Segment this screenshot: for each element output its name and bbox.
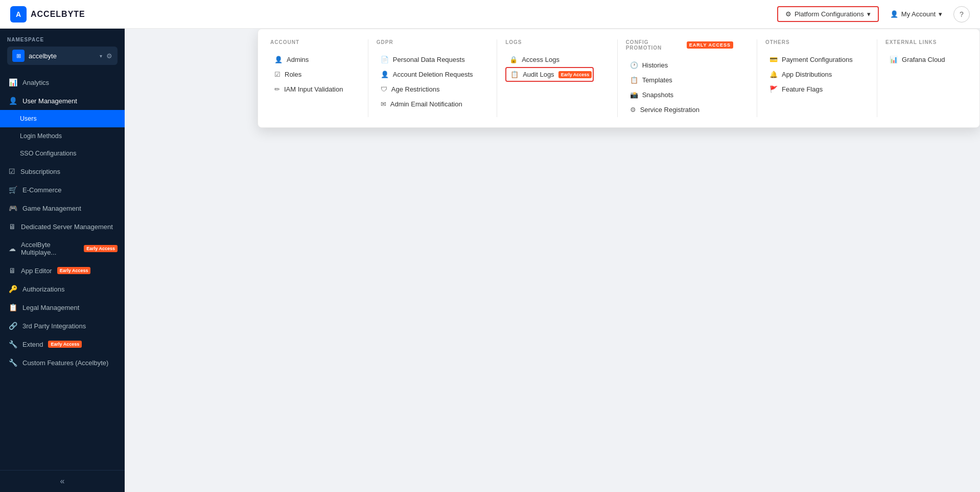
histories-icon: 🕐 [630, 61, 638, 69]
dropdown-item-snapshots[interactable]: 📸 Snapshots [626, 87, 733, 102]
audit-logs-icon: 📋 [510, 71, 519, 78]
grafana-cloud-icon: 📊 [890, 56, 898, 63]
sidebar-item-user-management[interactable]: 👤 User Management [0, 92, 125, 110]
sidebar-item-authorizations[interactable]: 🔑 Authorizations [0, 280, 125, 298]
namespace-chevron-icon: ▾ [100, 53, 102, 59]
dropdown-columns: ACCOUNT 👤 Admins ☑ Roles ✏ IAM Input Val… [270, 39, 967, 117]
user-management-icon: 👤 [9, 97, 17, 105]
early-access-badge-3: Early Access [48, 341, 82, 348]
dropdown-item-admin-email[interactable]: ✉ Admin Email Notification [377, 97, 473, 111]
chevron-down-icon-2: ▾ [939, 10, 942, 18]
dropdown-col-others: OTHERS 💳 Payment Configurations 🔔 App Di… [765, 39, 869, 117]
sidebar-item-label: AccelByte Multiplaye... [21, 241, 79, 256]
dropdown-item-service-registration[interactable]: ⚙ Service Registration [626, 102, 733, 117]
sidebar-item-3rd-party[interactable]: 🔗 3rd Party Integrations [0, 317, 125, 335]
sidebar-item-label: Dedicated Server Management [21, 223, 113, 231]
sidebar-item-accelbyte-multiplayer[interactable]: ☁ AccelByte Multiplaye... Early Access [0, 236, 125, 261]
sidebar-item-label: Authorizations [22, 285, 64, 293]
dropdown-item-account-deletion[interactable]: 👤 Account Deletion Requests [377, 67, 473, 82]
payment-config-icon: 💳 [769, 56, 778, 63]
sidebar: NAMESPACE ⊞ accelbyte ▾ ⚙ 📊 Analytics 👤 … [0, 29, 125, 492]
sidebar-item-label: Game Management [22, 205, 81, 212]
sidebar-item-sso-configurations[interactable]: SSO Configurations [0, 145, 125, 162]
dropdown-col-config-promotion: CONFIG PROMOTION Early Access 🕐 Historie… [626, 39, 749, 117]
sidebar-item-label: Users [20, 115, 37, 122]
dropdown-item-roles[interactable]: ☑ Roles [270, 67, 344, 82]
sidebar-item-label: Legal Management [22, 304, 79, 311]
accelbyte-logo-icon: A [10, 6, 27, 23]
sidebar-item-label: Analytics [22, 79, 49, 86]
dropdown-item-age-restrictions[interactable]: 🛡 Age Restrictions [377, 82, 473, 97]
dropdown-item-payment-config[interactable]: 💳 Payment Configurations [765, 52, 853, 67]
sidebar-item-users[interactable]: Users [0, 110, 125, 127]
authorizations-icon: 🔑 [9, 285, 17, 293]
collapse-icon: « [60, 477, 65, 486]
analytics-icon: 📊 [9, 78, 17, 86]
dropdown-item-audit-logs[interactable]: 📋 Audit Logs Early Access [505, 67, 593, 82]
namespace-icon: ⊞ [12, 50, 25, 62]
namespace-value: accelbyte [29, 52, 96, 60]
dropdown-item-app-distributions[interactable]: 🔔 App Distributions [765, 67, 853, 82]
service-registration-icon: ⚙ [630, 106, 636, 114]
sidebar-item-game-management[interactable]: 🎮 Game Management [0, 199, 125, 217]
help-button[interactable]: ? [953, 6, 970, 23]
divider-4 [757, 39, 757, 117]
iam-icon: ✏ [274, 85, 280, 93]
app-distributions-icon: 🔔 [769, 71, 778, 78]
namespace-selector[interactable]: ⊞ accelbyte ▾ ⚙ [7, 47, 118, 65]
my-account-button[interactable]: 👤 My Account ▾ [883, 7, 949, 21]
access-logs-icon: 🔒 [509, 56, 518, 63]
sidebar-item-label: Custom Features (Accelbyte) [22, 359, 108, 367]
sidebar-item-custom-features[interactable]: 🔧 Custom Features (Accelbyte) [0, 353, 125, 372]
sidebar-nav: 📊 Analytics 👤 User Management Users Logi… [0, 69, 125, 470]
admin-email-icon: ✉ [381, 100, 386, 108]
snapshots-icon: 📸 [630, 91, 638, 99]
early-access-badge: Early Access [84, 245, 118, 252]
age-restrictions-icon: 🛡 [381, 85, 387, 93]
dropdown-item-feature-flags[interactable]: 🚩 Feature Flags [765, 82, 853, 97]
feature-flags-icon: 🚩 [769, 85, 778, 93]
sidebar-item-label: Login Methods [20, 132, 62, 140]
account-section-header: ACCOUNT [270, 39, 344, 45]
dropdown-col-account: ACCOUNT 👤 Admins ☑ Roles ✏ IAM Input Val… [270, 39, 360, 117]
dropdown-item-personal-data[interactable]: 📄 Personal Data Requests [377, 52, 473, 67]
sidebar-item-legal-management[interactable]: 📋 Legal Management [0, 298, 125, 317]
sidebar-footer[interactable]: « [0, 470, 125, 492]
my-account-label: My Account [901, 10, 936, 18]
sidebar-item-label: E-Commerce [22, 186, 62, 194]
multiplayer-icon: ☁ [9, 244, 16, 253]
dropdown-item-histories[interactable]: 🕐 Histories [626, 58, 733, 73]
audit-logs-early-access-badge: Early Access [558, 71, 592, 78]
early-access-badge-2: Early Access [57, 267, 91, 274]
dropdown-item-templates[interactable]: 📋 Templates [626, 73, 733, 87]
dropdown-item-grafana-cloud[interactable]: 📊 Grafana Cloud [885, 52, 967, 67]
dropdown-item-admins[interactable]: 👤 Admins [270, 52, 344, 67]
namespace-gear-icon: ⚙ [106, 52, 112, 60]
dropdown-item-access-logs[interactable]: 🔒 Access Logs [505, 52, 593, 67]
sidebar-item-label: Extend [22, 341, 43, 348]
extend-icon: 🔧 [9, 340, 17, 348]
sidebar-item-label: App Editor [21, 267, 52, 275]
sidebar-item-analytics[interactable]: 📊 Analytics [0, 73, 125, 92]
sidebar-item-dedicated-server[interactable]: 🖥 Dedicated Server Management [0, 217, 125, 236]
namespace-section: NAMESPACE ⊞ accelbyte ▾ ⚙ [0, 29, 125, 69]
roles-icon: ☑ [274, 71, 281, 78]
legal-icon: 📋 [9, 303, 17, 311]
dedicated-server-icon: 🖥 [9, 222, 16, 231]
logo-area: A ACCELBYTE [10, 6, 85, 23]
sidebar-item-label: 3rd Party Integrations [22, 322, 86, 330]
sidebar-item-extend[interactable]: 🔧 Extend Early Access [0, 335, 125, 353]
custom-features-icon: 🔧 [9, 359, 17, 367]
sidebar-item-login-methods[interactable]: Login Methods [0, 127, 125, 145]
logo-text: ACCELBYTE [31, 10, 85, 19]
platform-config-button[interactable]: ⚙ Platform Configurations ▾ [777, 6, 879, 22]
others-section-header: OTHERS [765, 39, 853, 45]
collapse-button[interactable]: « [7, 477, 118, 486]
sidebar-item-subscriptions[interactable]: ☑ Subscriptions [0, 162, 125, 181]
dropdown-item-iam-input[interactable]: ✏ IAM Input Validation [270, 82, 344, 97]
sidebar-item-app-editor[interactable]: 🖥 App Editor Early Access [0, 261, 125, 280]
sidebar-item-ecommerce[interactable]: 🛒 E-Commerce [0, 181, 125, 199]
gear-icon: ⚙ [785, 10, 791, 18]
templates-icon: 📋 [630, 76, 638, 84]
divider-3 [617, 39, 618, 117]
